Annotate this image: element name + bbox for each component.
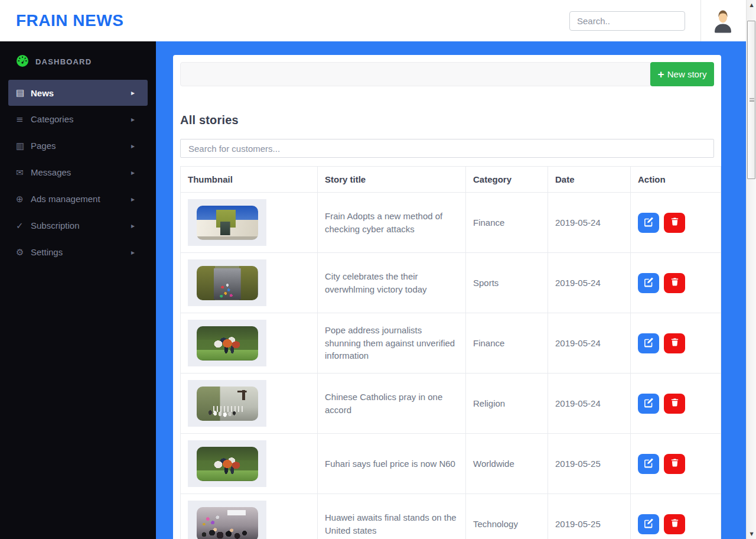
pencil-square-icon xyxy=(644,337,654,349)
story-title: Chinese Catholics pray in one accord xyxy=(318,374,466,434)
settings-gear-icon: ⚙ xyxy=(16,247,31,258)
delete-story-button[interactable] xyxy=(664,514,685,534)
scrollbar-grip xyxy=(750,98,754,102)
ads-globe-icon: ⊕ xyxy=(16,194,31,204)
dashboard-gauge-icon xyxy=(15,54,30,69)
header-divider xyxy=(700,0,701,41)
pages-icon: ▥ xyxy=(16,141,31,151)
story-category: Technology xyxy=(466,494,548,539)
story-category: Worldwide xyxy=(466,434,548,494)
chevron-right-icon: ▸ xyxy=(131,195,135,203)
story-row: Fuhari says fuel price is now N60 Worldw… xyxy=(181,434,721,494)
chevron-right-icon: ▸ xyxy=(131,89,135,97)
plus-icon: + xyxy=(658,69,664,80)
column-header-action: Action xyxy=(631,167,721,193)
church-thumbnail-image xyxy=(197,387,258,421)
main-area: + New story All stories ThumbnailStory t… xyxy=(156,41,746,539)
chevron-right-icon: ▸ xyxy=(131,142,135,150)
edit-story-button[interactable] xyxy=(638,454,659,474)
edit-story-button[interactable] xyxy=(638,333,659,353)
delete-story-button[interactable] xyxy=(664,333,685,353)
chevron-right-icon: ▸ xyxy=(131,222,135,230)
scrollbar-down-arrow-icon[interactable]: ▼ xyxy=(747,529,756,539)
sidebar-item-settings[interactable]: ⚙ Settings ▸ xyxy=(0,239,156,265)
sidebar-dashboard-header: DASHBOARD xyxy=(0,41,156,80)
news-icon: ▤ xyxy=(16,87,31,98)
stories-table: ThumbnailStory titleCategoryDateAction F… xyxy=(180,166,721,539)
trash-icon xyxy=(670,458,679,469)
story-date: 2019-05-24 xyxy=(548,374,631,434)
story-thumbnail[interactable] xyxy=(188,259,266,306)
sidebar-item-messages[interactable]: ✉ Messages ▸ xyxy=(0,159,156,186)
pencil-square-icon xyxy=(644,277,654,289)
toolbar: + New story xyxy=(180,62,714,86)
scrollbar-up-arrow-icon[interactable]: ▲ xyxy=(747,0,756,10)
story-date: 2019-05-25 xyxy=(548,434,631,494)
story-title: City celebrates the their overwhlming vi… xyxy=(318,253,466,313)
story-row: Pope address journalists shunning them a… xyxy=(181,313,721,374)
scrollbar-thumb[interactable] xyxy=(747,21,755,179)
trash-icon xyxy=(670,217,679,228)
messages-icon: ✉ xyxy=(16,167,31,178)
sidebar-item-pages[interactable]: ▥ Pages ▸ xyxy=(0,132,156,159)
new-story-button[interactable]: + New story xyxy=(650,62,714,86)
user-avatar-icon[interactable] xyxy=(711,8,735,33)
categories-icon: ≡ xyxy=(16,114,31,125)
dashboard-label: DASHBOARD xyxy=(35,57,92,66)
chevron-right-icon: ▸ xyxy=(131,115,135,124)
edit-story-button[interactable] xyxy=(638,273,659,293)
story-thumbnail[interactable] xyxy=(188,440,266,487)
sidebar-item-categories[interactable]: ≡ Categories ▸ xyxy=(0,106,156,132)
building-thumbnail-image xyxy=(197,206,258,240)
top-header: FRAIN NEWS xyxy=(0,0,746,41)
sidebar: DASHBOARD ▤ News ▸ ≡ Categories ▸ ▥ Page… xyxy=(0,41,156,539)
delete-story-button[interactable] xyxy=(664,394,685,414)
story-thumbnail[interactable] xyxy=(188,199,266,246)
vertical-scrollbar[interactable]: ▲ ▼ xyxy=(746,0,756,539)
edit-story-button[interactable] xyxy=(638,213,659,233)
pencil-square-icon xyxy=(644,518,654,530)
edit-story-button[interactable] xyxy=(638,514,659,534)
story-date: 2019-05-24 xyxy=(548,253,631,313)
edit-story-button[interactable] xyxy=(638,394,659,414)
rugby-thumbnail-image xyxy=(197,326,258,361)
story-thumbnail[interactable] xyxy=(188,380,266,427)
delete-story-button[interactable] xyxy=(664,213,685,233)
trash-icon xyxy=(670,337,679,349)
page-title: All stories xyxy=(180,113,714,127)
app-window: FRAIN NEWS xyxy=(0,0,756,539)
toolbar-bar xyxy=(180,62,650,86)
trash-icon xyxy=(670,398,679,409)
column-header-category: Category xyxy=(466,167,548,193)
story-thumbnail[interactable] xyxy=(188,501,266,539)
content-card: + New story All stories ThumbnailStory t… xyxy=(173,55,721,539)
sidebar-item-ads-management[interactable]: ⊕ Ads management ▸ xyxy=(0,186,156,212)
column-header-date: Date xyxy=(548,167,631,193)
table-header-row: ThumbnailStory titleCategoryDateAction xyxy=(181,167,721,193)
delete-story-button[interactable] xyxy=(664,454,685,474)
app-logo[interactable]: FRAIN NEWS xyxy=(16,11,123,30)
new-story-label: New story xyxy=(667,69,707,79)
pencil-square-icon xyxy=(644,217,654,229)
story-title: Pope address journalists shunning them a… xyxy=(318,313,466,374)
story-category: Finance xyxy=(466,193,548,253)
story-row: City celebrates the their overwhlming vi… xyxy=(181,253,721,313)
sidebar-item-subscription[interactable]: ✓ Subscription ▸ xyxy=(0,212,156,239)
delete-story-button[interactable] xyxy=(664,273,685,293)
marathon-thumbnail-image xyxy=(197,266,258,300)
rugby-thumbnail-image xyxy=(197,447,258,481)
story-thumbnail[interactable] xyxy=(188,320,266,366)
story-row: Chinese Catholics pray in one accord Rel… xyxy=(181,374,721,434)
sidebar-item-news[interactable]: ▤ News ▸ xyxy=(8,80,148,106)
stories-search-input[interactable] xyxy=(180,139,714,158)
story-title: Huawei awaits final stands on the United… xyxy=(318,494,466,539)
story-row: Frain Adopts a new method of checking cy… xyxy=(181,193,721,253)
chevron-right-icon: ▸ xyxy=(131,248,135,256)
story-date: 2019-05-24 xyxy=(548,313,631,374)
story-title: Fuhari says fuel price is now N60 xyxy=(318,434,466,494)
story-date: 2019-05-24 xyxy=(548,193,631,253)
header-search-input[interactable] xyxy=(569,11,685,31)
column-header-thumbnail: Thumbnail xyxy=(181,167,318,193)
trash-icon xyxy=(670,277,679,288)
story-date: 2019-05-25 xyxy=(548,494,631,539)
